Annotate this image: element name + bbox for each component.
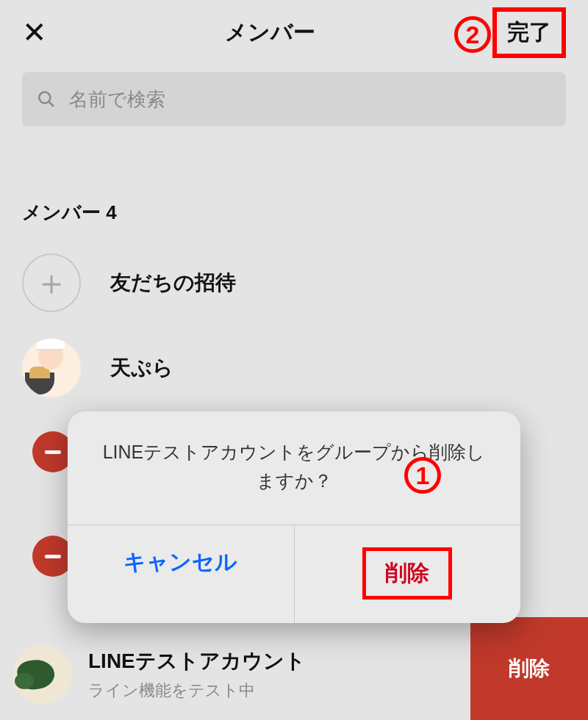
member-row[interactable]: 天ぷら <box>0 325 588 411</box>
section-heading-text: メンバー <box>22 201 101 223</box>
avatar <box>13 645 72 704</box>
svg-point-0 <box>39 92 50 103</box>
dialog-actions: キャンセル 削除 <box>68 525 520 623</box>
delete-button[interactable]: 削除 <box>295 525 521 623</box>
avatar <box>22 339 81 397</box>
search-icon <box>37 90 56 109</box>
annotation-marker-1: 1 <box>404 457 441 494</box>
invite-friends-row[interactable]: ＋ 友だちの招待 <box>0 240 588 325</box>
member-status: ライン機能をテスト中 <box>88 680 306 702</box>
dialog-message: LINEテストアカウントをグループから削除しますか？ <box>68 411 520 525</box>
close-button[interactable]: ✕ <box>22 18 47 47</box>
delete-button-label: 削除 <box>362 547 452 600</box>
search-input[interactable] <box>69 88 551 111</box>
member-name: 天ぷら <box>110 354 173 382</box>
member-name: LINEテストアカウント <box>88 647 306 675</box>
search-field[interactable] <box>22 72 566 126</box>
invite-label: 友だちの招待 <box>110 269 236 297</box>
annotation-marker-2: 2 <box>454 16 491 53</box>
member-count: 4 <box>106 201 116 223</box>
header-bar: ✕ メンバー 完了 <box>0 0 588 65</box>
done-button[interactable]: 完了 <box>492 7 566 58</box>
plus-icon: ＋ <box>22 253 81 312</box>
svg-line-1 <box>49 102 54 107</box>
member-text-block: LINEテストアカウント ライン機能をテスト中 <box>88 647 306 702</box>
page-title: メンバー <box>225 18 315 48</box>
cancel-button[interactable]: キャンセル <box>68 525 295 623</box>
row-delete-button[interactable]: 削除 <box>470 617 588 720</box>
confirm-dialog: LINEテストアカウントをグループから削除しますか？ キャンセル 削除 <box>68 411 520 623</box>
section-heading: メンバー 4 <box>22 200 566 226</box>
